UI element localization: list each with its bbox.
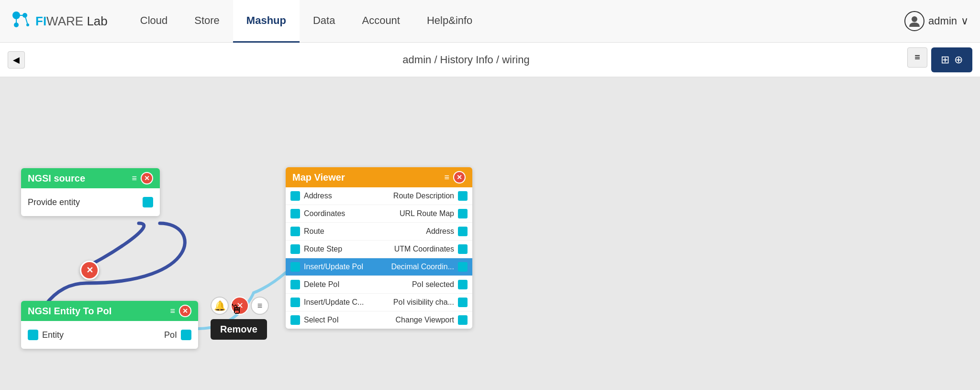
ngsi-source-menu-icon[interactable]: ≡ [132, 173, 137, 184]
top-navigation: FIWARE Lab Cloud Store Mashup Data Accou… [0, 0, 980, 43]
row-left-label-2: Route [304, 227, 379, 236]
nav-data[interactable]: Data [300, 0, 348, 43]
ngsi-entity-endpoints: Entity PoI [28, 326, 191, 344]
ngsi-entity-body: Entity PoI [21, 321, 198, 349]
row-right-dot-7[interactable] [458, 315, 468, 325]
row-left-label-0: Address [304, 192, 379, 200]
row-right-dot-5[interactable] [458, 280, 468, 289]
row-right-label-3: UTM Coordinates [379, 245, 454, 253]
ngsi-entity-widget: NGSI Entity To PoI ≡ ✕ Entity PoI [21, 301, 198, 349]
nav-store[interactable]: Store [181, 0, 233, 43]
logo-text: FIWARE Lab [35, 14, 108, 29]
ngsi-source-widget: NGSI source ≡ ✕ Provide entity [21, 168, 160, 216]
user-dropdown-icon: ∨ [961, 15, 969, 27]
nav-helpinfo[interactable]: Help&info [413, 0, 486, 43]
nav-account[interactable]: Account [348, 0, 413, 43]
remove-icon: ✕ [236, 300, 244, 311]
row-right-label-1: URL Route Map [379, 209, 454, 218]
row-right-dot-3[interactable] [458, 244, 468, 254]
row-left-dot-4[interactable] [290, 262, 300, 272]
map-viewer-row-3[interactable]: Route Step UTM Coordinates [286, 241, 472, 258]
row-right-label-7: Change Viewport [379, 316, 454, 324]
bell-icon-button[interactable]: 🔔 [211, 297, 229, 315]
back-icon: ◀ [13, 55, 20, 65]
row-right-dot-4[interactable] [458, 262, 468, 272]
user-avatar [904, 11, 924, 31]
menu-icon: ≡ [914, 52, 920, 63]
ngsi-source-header: NGSI source ≡ ✕ [21, 168, 160, 188]
ngsi-entity-actions: ≡ ✕ [170, 305, 191, 317]
connection-remove-node[interactable]: ✕ [80, 261, 99, 280]
breadcrumb-actions: ≡ ⊞ ⊕ [907, 47, 972, 72]
connection-menu-button[interactable]: ≡ [251, 297, 269, 315]
poi-label: PoI [164, 330, 177, 340]
map-viewer-row-1[interactable]: Coordinates URL Route Map [286, 205, 472, 223]
wiring-canvas: NGSI source ≡ ✕ Provide entity ✕ NGSI En… [0, 77, 980, 390]
map-viewer-row-0[interactable]: Address Route Description [286, 187, 472, 205]
ngsi-source-title: NGSI source [28, 173, 85, 184]
row-right-label-0: Route Description [379, 192, 454, 200]
row-left-label-1: Coordinates [304, 209, 379, 218]
row-left-dot-5[interactable] [290, 280, 300, 289]
row-right-dot-6[interactable] [458, 298, 468, 307]
map-viewer-close-button[interactable]: ✕ [453, 171, 466, 184]
map-viewer-menu-icon[interactable]: ≡ [444, 172, 449, 183]
map-viewer-row-6[interactable]: Insert/Update C... PoI visibility cha... [286, 294, 472, 311]
tooltip-text: Remove [220, 324, 257, 334]
breadcrumb-bar: ◀ admin / History Info / wiring ≡ ⊞ ⊕ [0, 43, 980, 77]
nav-cloud[interactable]: Cloud [127, 0, 181, 43]
user-menu-button[interactable]: admin ∨ [904, 11, 969, 31]
remove-x-icon: ✕ [86, 265, 93, 275]
row-left-dot-6[interactable] [290, 298, 300, 307]
map-viewer-row-4[interactable]: Insert/Update PoI Decimal Coordin... [286, 258, 472, 276]
row-left-dot-0[interactable] [290, 191, 300, 201]
map-viewer-actions: ≡ ✕ [444, 171, 466, 184]
row-right-dot-1[interactable] [458, 209, 468, 218]
row-right-dot-0[interactable] [458, 191, 468, 201]
ngsi-source-actions: ≡ ✕ [132, 172, 153, 184]
row-right-label-4: Decimal Coordin... [379, 263, 454, 271]
ngsi-entity-title: NGSI Entity To PoI [28, 306, 111, 317]
nav-right: admin ∨ [904, 11, 969, 31]
map-viewer-header: Map Viewer ≡ ✕ [286, 167, 472, 187]
ngsi-entity-menu-icon[interactable]: ≡ [170, 306, 175, 316]
menu-button[interactable]: ≡ [907, 47, 927, 68]
row-left-dot-7[interactable] [290, 315, 300, 325]
map-viewer-row-2[interactable]: Route Address [286, 223, 472, 241]
nav-mashup[interactable]: Mashup [233, 0, 300, 43]
logo[interactable]: FIWARE Lab [11, 11, 108, 32]
back-button[interactable]: ◀ [8, 51, 25, 69]
row-left-dot-2[interactable] [290, 227, 300, 236]
row-right-label-2: Address [379, 227, 454, 236]
ngsi-entity-close-button[interactable]: ✕ [179, 305, 191, 317]
poi-output-dot[interactable] [181, 330, 191, 340]
row-right-dot-2[interactable] [458, 227, 468, 236]
entity-label: Entity [42, 330, 64, 340]
ngsi-entity-header: NGSI Entity To PoI ≡ ✕ [21, 301, 198, 321]
connection-context-menu: 🔔 ✕ ≡ [211, 297, 269, 315]
entity-input-dot[interactable] [28, 330, 38, 340]
remove-connection-button[interactable]: ✕ [231, 297, 249, 315]
row-right-label-6: PoI visibility cha... [379, 298, 454, 307]
svg-point-7 [912, 16, 917, 22]
breadcrumb-path: admin / History Info / wiring [30, 54, 902, 66]
ngsi-source-close-button[interactable]: ✕ [141, 172, 153, 184]
logo-icon [11, 11, 33, 32]
row-left-label-6: Insert/Update C... [304, 298, 379, 307]
provide-entity-label: Provide entity [28, 197, 80, 207]
action-button[interactable]: ⊞ ⊕ [931, 47, 972, 72]
user-label: admin [928, 15, 957, 27]
ngsi-source-endpoint: Provide entity [28, 193, 153, 211]
share-icon: ⊕ [954, 54, 963, 66]
map-viewer-title: Map Viewer [292, 172, 345, 183]
map-viewer-widget: Map Viewer ≡ ✕ Address Route Description… [286, 167, 472, 329]
provide-entity-output-dot[interactable] [143, 197, 153, 207]
remove-tooltip: Remove [211, 319, 267, 340]
ngsi-source-body: Provide entity [21, 188, 160, 216]
map-viewer-row-5[interactable]: Delete PoI PoI selected [286, 276, 472, 294]
row-left-label-5: Delete PoI [304, 280, 379, 289]
row-left-dot-1[interactable] [290, 209, 300, 218]
row-left-label-4: Insert/Update PoI [304, 263, 379, 271]
map-viewer-row-7[interactable]: Select PoI Change Viewport [286, 311, 472, 329]
row-left-dot-3[interactable] [290, 244, 300, 254]
